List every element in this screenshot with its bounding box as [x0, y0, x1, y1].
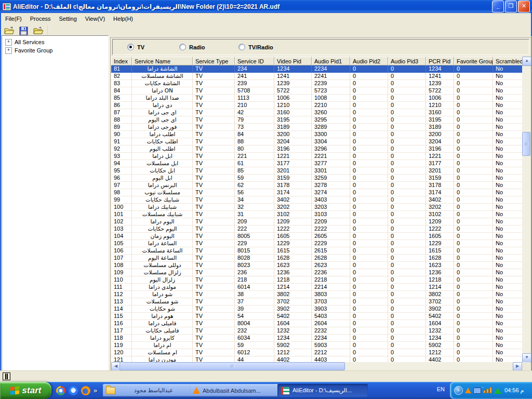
close-button[interactable]: ✕: [518, 1, 530, 12]
table-cell: 0: [454, 298, 493, 305]
menu-help[interactable]: Help(H): [109, 15, 137, 23]
radio-radio[interactable]: Radio: [179, 44, 205, 50]
radio-tv[interactable]: TV: [127, 44, 144, 50]
table-row[interactable]: 94ابل مسلسلاتTV61317732770031770No: [111, 160, 522, 167]
table-row[interactable]: 87اى جى دراماTV42316032600031600No: [111, 109, 522, 116]
table-row[interactable]: 83الشاشة حكاياتTV239123922390012390No: [111, 80, 522, 87]
column-header[interactable]: Video Pid: [274, 57, 312, 65]
column-header[interactable]: Service Name: [132, 57, 193, 65]
scroll-down-button[interactable]: ▼: [522, 353, 531, 363]
table-row[interactable]: 99شبابيك حكاياتTV34340234030034020No: [111, 196, 522, 204]
table-row[interactable]: 88اى جى اليومTV79319532950031950No: [111, 116, 522, 124]
menu-setting[interactable]: Setting: [55, 15, 81, 23]
quick-launch-overflow-chevron[interactable]: »: [94, 387, 97, 394]
table-row[interactable]: 93ابل دراماTV221122122210012210No: [111, 153, 522, 160]
table-row[interactable]: 89فورجى دراماTV73318932890031890No: [111, 124, 522, 131]
table-row[interactable]: 107الساعة اليومTV8028162826280016280No: [111, 255, 522, 262]
table-row[interactable]: 98مسلسلات تيوبTV56317432740031740No: [111, 189, 522, 196]
vertical-scrollbar[interactable]: ▲ ▼: [522, 57, 530, 363]
horizontal-scrollbar[interactable]: ◀ ▶: [111, 362, 522, 370]
green-triangle-tray-icon[interactable]: [494, 388, 501, 394]
table-row[interactable]: 119ام دراماTV59590259030059020No: [111, 342, 522, 349]
table-row[interactable]: 86دى دراماTV210121022100012100No: [111, 102, 522, 109]
table-row[interactable]: 102اليوم دراماTV209120922090012090No: [111, 218, 522, 225]
table-row[interactable]: 97البرنس دراماTV62317832780031780No: [111, 182, 522, 189]
table-row[interactable]: 84ON دراماTV5708572257230057220No: [111, 87, 522, 95]
column-header[interactable]: Service Type: [193, 57, 235, 65]
table-cell: 0: [388, 247, 426, 255]
table-row[interactable]: 116فاميلى دراماTV8004160426040016040No: [111, 320, 522, 327]
table-cell: 0: [350, 262, 388, 269]
column-header[interactable]: Audio Pid1: [312, 57, 350, 65]
expand-plus-icon[interactable]: +: [5, 39, 12, 46]
taskbar-item-alieditor[interactable]: AliEditor - D:\الريسيف...: [277, 384, 368, 397]
column-header[interactable]: Audio Pid2: [350, 57, 388, 65]
column-header[interactable]: PCR Pid: [426, 57, 454, 65]
network-monitor-icon[interactable]: [473, 388, 481, 394]
table-row[interactable]: 111مولدى دراماTV6014121422140012140No: [111, 284, 522, 291]
table-row[interactable]: 90اطلب دراماTV84320033000032000No: [111, 131, 522, 138]
radio-icon[interactable]: [179, 44, 186, 50]
radio-icon[interactable]: [238, 44, 245, 50]
menu-file[interactable]: File(F): [1, 15, 26, 23]
table-row[interactable]: 91اطلب حكاياتTV88320433040032040No: [111, 138, 522, 145]
table-row[interactable]: 109زلزال مسلسلاتTV236123622360012360No: [111, 269, 522, 276]
language-indicator[interactable]: EN: [437, 386, 445, 392]
minimize-button[interactable]: _: [492, 1, 504, 12]
table-row[interactable]: 106الساعة مسلسلاتTV8015161526150016150No: [111, 247, 522, 255]
column-header[interactable]: Audio Pid3: [388, 57, 426, 65]
table-cell: 1605: [274, 233, 312, 240]
internet-explorer-icon[interactable]: e: [69, 386, 78, 395]
table-row[interactable]: 113شو مسلسلاتTV37370237030037020No: [111, 298, 522, 305]
table-cell: 84: [235, 131, 274, 138]
chrome-icon[interactable]: [56, 386, 65, 395]
table-row[interactable]: 103اليوم حكاياتTV222122222220012220No: [111, 225, 522, 233]
table-cell: 229: [235, 240, 274, 247]
vlc-tray-icon[interactable]: [465, 388, 471, 393]
table-row[interactable]: 120ام مسلسلاتTV6012121222120012120No: [111, 349, 522, 356]
radio-tv-radio[interactable]: TV/Radio: [238, 44, 273, 50]
sidebar-item-all-services[interactable]: + All Services: [5, 38, 108, 46]
taskbar-item-vlc[interactable]: Abdulbasit Abdulsam...: [190, 384, 280, 397]
column-header[interactable]: Favorite Group: [454, 57, 493, 65]
start-button[interactable]: start: [0, 382, 51, 399]
radio-icon[interactable]: [127, 44, 134, 50]
table-row[interactable]: 101شبابيك مسلسلاتTV31310231030031020No: [111, 211, 522, 218]
app-icon: [3, 3, 11, 11]
table-row[interactable]: 112شو دراماTV38380238030038020No: [111, 291, 522, 298]
table-row[interactable]: 96ابل اليومTV59315932590031590No: [111, 175, 522, 182]
restore-button[interactable]: ❐: [505, 1, 517, 12]
table-cell: TV: [193, 87, 235, 95]
table-row[interactable]: 85صدا البلد دراماTV1113100610080010060No: [111, 95, 522, 102]
table-row[interactable]: 104اليوم زمانTV8005160526050016050No: [111, 233, 522, 240]
vertical-scroll-thumb[interactable]: [522, 132, 530, 156]
table-row[interactable]: 92اطلب اليومTV80319632960031960No: [111, 145, 522, 153]
table-row[interactable]: 115هوم دراماTV54540254030054020No: [111, 313, 522, 320]
column-header[interactable]: Index: [111, 57, 132, 65]
save-icon: [19, 26, 28, 35]
table-row[interactable]: 118كايرو دراماTV6034123422340012340No: [111, 335, 522, 342]
column-header[interactable]: Service ID: [235, 57, 274, 65]
table-row[interactable]: 108دوللى مسلسلاتTV8023162326230016230No: [111, 262, 522, 269]
table-row[interactable]: 117فاميلى حكاياتTV232123222320012320No: [111, 327, 522, 335]
expand-plus-icon[interactable]: +: [5, 47, 12, 54]
taskbar-item-folder[interactable]: عبدالباسط مجود: [103, 384, 192, 397]
table-row[interactable]: 105الساعة دراماTV229122922290012290No: [111, 240, 522, 247]
table-row[interactable]: 110زلزال اليومTV218121822180012180No: [111, 276, 522, 284]
hide-icons-button[interactable]: ‹: [454, 386, 463, 395]
horizontal-scroll-thumb[interactable]: [119, 362, 345, 370]
firefox-icon[interactable]: [81, 386, 90, 395]
menu-process[interactable]: Process: [26, 15, 55, 23]
table-cell: No: [493, 124, 522, 131]
scroll-up-button[interactable]: ▲: [522, 57, 531, 66]
table-row[interactable]: 114شو حكاياتTV39390239030039020No: [111, 305, 522, 313]
table-cell: 3103: [312, 211, 350, 218]
table-row[interactable]: 100شبابيك دراماTV32320232030032020No: [111, 204, 522, 211]
column-header[interactable]: Scrambled: [493, 57, 522, 65]
table-row[interactable]: 81الشاشة دراماTV234123422340012340No: [111, 65, 522, 73]
menu-view[interactable]: View(V): [81, 15, 109, 23]
sidebar-item-favorite-group[interactable]: + Favorite Group: [5, 46, 108, 55]
signal-bars-icon[interactable]: [483, 388, 492, 393]
table-row[interactable]: 95ابل حكاياتTV85320133010032010No: [111, 167, 522, 175]
table-row[interactable]: 82الشاشة مسلسلاتTV241124122410012410No: [111, 73, 522, 80]
